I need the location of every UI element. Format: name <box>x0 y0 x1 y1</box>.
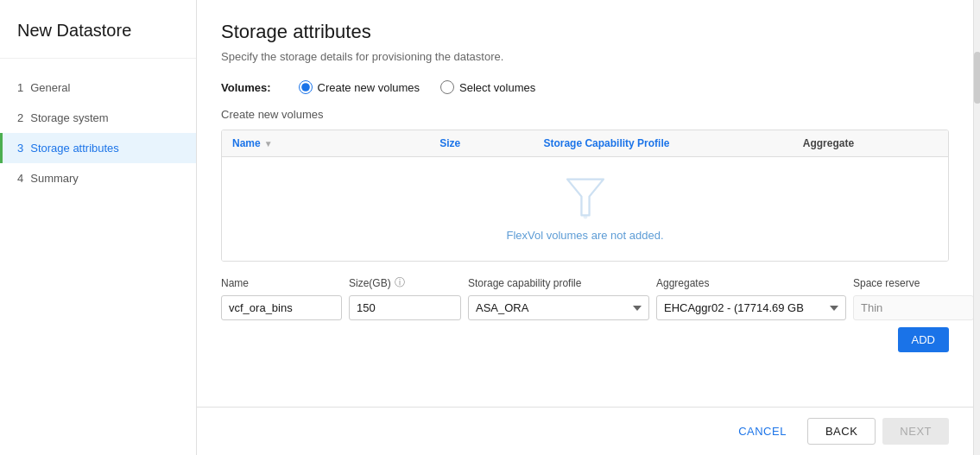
step-label-2: Storage system <box>30 111 108 124</box>
next-button: NEXT <box>882 418 949 445</box>
aggregates-select[interactable]: EHCAggr02 - (17714.69 GB <box>656 295 846 320</box>
table-header-size: Size <box>429 130 533 156</box>
select-volumes-label: Select volumes <box>459 81 535 94</box>
table-header-name: Name ▼ <box>222 130 429 156</box>
create-new-volumes-label: Create new volumes <box>318 81 420 94</box>
name-input[interactable] <box>221 295 342 320</box>
volumes-table: Name ▼ Size Storage Capability Profile A… <box>221 130 949 262</box>
footer: CANCEL BACK NEXT <box>197 407 973 455</box>
size-input[interactable] <box>349 295 461 320</box>
volumes-label: Volumes: <box>221 81 271 94</box>
form-label-size-gb: Size(GB) ⓘ <box>349 275 461 290</box>
step-number-1: 1 <box>17 81 23 94</box>
page-subtitle: Specify the storage details for provisio… <box>221 50 949 63</box>
funnel-svg <box>564 176 607 219</box>
svg-marker-0 <box>567 180 604 216</box>
table-header-aggregate-label: Aggregate <box>803 137 854 149</box>
info-icon-size[interactable]: ⓘ <box>395 275 405 290</box>
sidebar-step-1[interactable]: 1 General <box>0 73 196 103</box>
add-volume-form: Name Size(GB) ⓘ Storage capability profi… <box>221 275 949 352</box>
table-body-empty: FlexVol volumes are not added. <box>222 157 948 261</box>
scrollbar-thumb[interactable] <box>974 52 980 104</box>
main-content: Storage attributes Specify the storage d… <box>197 0 973 455</box>
step-number-4: 4 <box>17 172 23 185</box>
select-volumes-input[interactable] <box>440 80 454 94</box>
create-new-volumes-radio[interactable]: Create new volumes <box>299 80 420 94</box>
form-label-aggregates: Aggregates <box>656 275 846 290</box>
sidebar-step-3[interactable]: 3 Storage attributes <box>0 133 196 163</box>
form-label-space-reserve: Space reserve <box>853 275 973 290</box>
storage-capability-profile-select[interactable]: ASA_ORA <box>468 295 649 320</box>
sidebar-step-4[interactable]: 4 Summary <box>0 163 196 193</box>
table-header-aggregate: Aggregate <box>793 130 948 156</box>
space-reserve-value: Thin <box>853 295 973 320</box>
section-label: Create new volumes <box>221 108 949 121</box>
page-title: Storage attributes <box>221 21 949 43</box>
back-button[interactable]: BACK <box>807 418 876 445</box>
select-volumes-radio[interactable]: Select volumes <box>440 80 535 94</box>
table-header-scp-label: Storage Capability Profile <box>543 137 669 149</box>
scrollbar-track[interactable] <box>973 0 980 455</box>
sidebar-step-2[interactable]: 2 Storage system <box>0 103 196 133</box>
step-label-3: Storage attributes <box>30 142 119 155</box>
sidebar: New Datastore 1 General 2 Storage system… <box>0 0 197 455</box>
content-body: Storage attributes Specify the storage d… <box>197 0 973 407</box>
table-header: Name ▼ Size Storage Capability Profile A… <box>222 130 948 157</box>
form-label-name: Name <box>221 275 342 290</box>
empty-icon <box>564 176 607 222</box>
table-header-size-label: Size <box>439 137 460 149</box>
svg-point-1 <box>583 215 587 219</box>
add-button[interactable]: ADD <box>898 327 949 352</box>
step-label-1: General <box>30 81 70 94</box>
step-label-4: Summary <box>30 172 79 185</box>
cancel-button[interactable]: CANCEL <box>724 418 800 445</box>
form-row-inputs: ASA_ORA EHCAggr02 - (17714.69 GB Thin <box>221 295 949 320</box>
volumes-row: Volumes: Create new volumes Select volum… <box>221 80 949 94</box>
create-new-volumes-input[interactable] <box>299 80 313 94</box>
table-header-scp: Storage Capability Profile <box>533 130 792 156</box>
sidebar-title: New Datastore <box>0 0 196 59</box>
empty-text: FlexVol volumes are not added. <box>506 229 663 242</box>
sidebar-steps: 1 General 2 Storage system 3 Storage att… <box>0 59 196 207</box>
step-number-3: 3 <box>17 142 23 155</box>
add-row-container: ADD <box>221 327 949 352</box>
form-label-scp: Storage capability profile <box>468 275 649 290</box>
form-row-labels: Name Size(GB) ⓘ Storage capability profi… <box>221 275 949 290</box>
sort-icon-name[interactable]: ▼ <box>264 139 273 149</box>
step-number-2: 2 <box>17 111 23 124</box>
table-header-name-label: Name <box>232 137 261 149</box>
